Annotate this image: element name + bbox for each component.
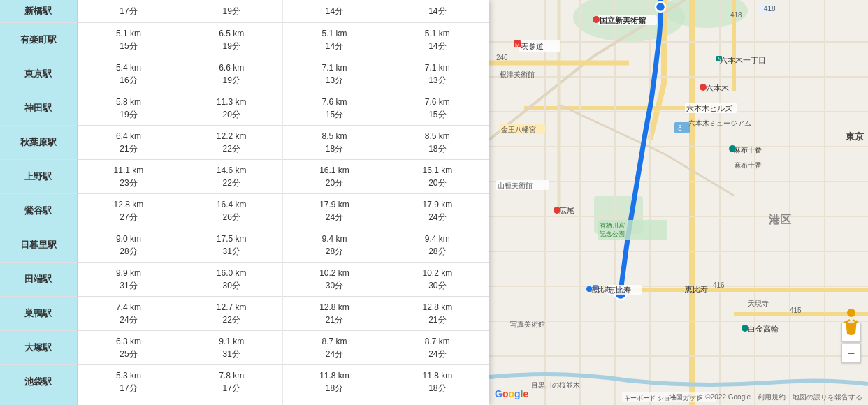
svg-text:記念公園: 記念公園: [600, 230, 625, 237]
data-cell: 12.8 km27分: [77, 193, 180, 228]
station-name: 田端駅: [0, 262, 77, 296]
table-row: 新橋駅17分19分14分14分: [0, 0, 489, 22]
svg-point-88: [847, 309, 855, 317]
svg-text:六本木ヒルズ: 六本木ヒルズ: [686, 104, 733, 112]
station-name: 東京駅: [0, 57, 77, 91]
data-cell: 9.9 km31分: [77, 262, 180, 296]
svg-text:418: 418: [730, 11, 742, 19]
data-cell: 8.7 km24分: [283, 330, 386, 364]
data-cell: 7.1 km13分: [386, 57, 489, 91]
table-row: 有楽町駅5.1 km15分6.5 km19分5.1 km14分5.1 km14分: [0, 22, 489, 57]
table-row: 鶯谷駅12.8 km27分16.4 km26分17.9 km24分17.9 km…: [0, 193, 489, 228]
svg-text:山種美術館: 山種美術館: [498, 182, 533, 189]
data-cell: 7.9 km24分: [283, 399, 386, 405]
map-copyright: 地図データ ©2022 Google 利用規約 地図の誤りを報告する: [669, 392, 862, 402]
table-row: 日暮里駅9.0 km28分17.5 km31分9.4 km28分9.4 km28…: [0, 228, 489, 262]
data-cell: 7.6 km15分: [386, 91, 489, 125]
data-cell: 11.8 km18分: [386, 364, 489, 399]
table-row: 秋葉原駅6.4 km21分12.2 km22分8.5 km18分8.5 km18…: [0, 125, 489, 159]
data-cell: 17分: [77, 0, 180, 22]
svg-text:目黒川の桜並木: 目黒川の桜並木: [531, 381, 580, 389]
svg-rect-77: [593, 285, 598, 290]
table-row: 上野駅11.1 km23分14.6 km22分16.1 km20分16.1 km…: [0, 159, 489, 193]
svg-point-70: [729, 145, 736, 152]
svg-text:麻布十番: 麻布十番: [734, 146, 762, 154]
station-name: 鶯谷駅: [0, 193, 77, 228]
data-cell: 6.6 km19分: [180, 57, 283, 91]
station-name: 巣鴨駅: [0, 296, 77, 330]
svg-text:天現寺: 天現寺: [748, 300, 769, 307]
station-name: 上野駅: [0, 159, 77, 193]
data-cell: 16.4 km26分: [180, 193, 283, 228]
svg-text:金王八幡宮: 金王八幡宮: [501, 126, 536, 133]
table-row: 巣鴨駅7.4 km24分12.7 km22分12.8 km21分12.8 km2…: [0, 296, 489, 330]
data-cell: 6.5 km19分: [180, 22, 283, 57]
table-row: 池袋駅5.3 km17分7.8 km17分11.8 km18分11.8 km18…: [0, 364, 489, 399]
data-cell: 5.8 km19分: [77, 91, 180, 125]
data-cell: 17.9 km24分: [283, 193, 386, 228]
data-cell: 9.4 km28分: [386, 228, 489, 262]
table-row: 神田駅5.8 km19分11.3 km20分7.6 km15分7.6 km15分: [0, 91, 489, 125]
data-cell: 14分: [283, 0, 386, 22]
data-cell: 16.0 km30分: [180, 262, 283, 296]
table-row: 田端駅9.9 km31分16.0 km30分10.2 km30分10.2 km3…: [0, 262, 489, 296]
svg-text:表参道: 表参道: [521, 42, 544, 50]
svg-text:白金高輪: 白金高輪: [748, 325, 779, 333]
svg-text:六本木ミュージアム: 六本木ミュージアム: [688, 119, 751, 127]
data-cell: 12.7 km22分: [180, 296, 283, 330]
data-cell: 10.2 km30分: [283, 262, 386, 296]
data-cell: 7.4 km24分: [77, 296, 180, 330]
station-name: 神田駅: [0, 91, 77, 125]
distance-table: 新橋駅17分19分14分14分有楽町駅5.1 km15分6.5 km19分5.1…: [0, 0, 489, 405]
station-name: 日暮里駅: [0, 228, 77, 262]
data-cell: 16.1 km20分: [386, 159, 489, 193]
svg-text:3: 3: [678, 124, 682, 132]
svg-text:写真美術館: 写真美術館: [510, 321, 545, 328]
svg-text:広尾: 広尾: [559, 206, 574, 214]
data-cell: 11.8 km18分: [283, 364, 386, 399]
data-cell: 9.1 km31分: [180, 330, 283, 364]
data-cell: 5.0 km16分: [77, 399, 180, 405]
svg-text:根津美術館: 根津美術館: [500, 71, 535, 78]
data-cell: 6.4 km21分: [180, 399, 283, 405]
data-cell: 11.1 km23分: [77, 159, 180, 193]
svg-point-41: [656, 2, 665, 12]
data-cell: 19分: [180, 0, 283, 22]
station-name: 有楽町駅: [0, 22, 77, 57]
data-cell: 6.4 km21分: [77, 125, 180, 159]
data-cell: 8.5 km18分: [283, 125, 386, 159]
table-row: 大塚駅6.3 km25分9.1 km31分8.7 km24分8.7 km24分: [0, 330, 489, 364]
svg-point-50: [593, 16, 600, 23]
station-name: 大塚駅: [0, 330, 77, 364]
data-cell: 7.8 km17分: [180, 364, 283, 399]
svg-text:418: 418: [764, 5, 776, 13]
svg-text:港区: 港区: [769, 214, 791, 226]
svg-rect-35: [674, 122, 690, 133]
svg-text:六本木: 六本木: [706, 84, 729, 92]
zoom-out-button[interactable]: −: [841, 344, 861, 363]
data-cell: 5.1 km15分: [77, 22, 180, 57]
svg-point-65: [554, 207, 560, 214]
google-logo: Google: [495, 388, 528, 399]
data-cell: 7.1 km13分: [283, 57, 386, 91]
svg-point-55: [700, 84, 707, 91]
svg-point-76: [586, 286, 592, 292]
data-cell: 17.5 km31分: [180, 228, 283, 262]
data-cell: 9.0 km28分: [77, 228, 180, 262]
data-cell: 7.9 km24分: [386, 399, 489, 405]
data-cell: 8.5 km18分: [386, 125, 489, 159]
svg-text:麻布十番: 麻布十番: [734, 161, 762, 169]
svg-text:415: 415: [790, 307, 802, 314]
svg-text:国立新美術館: 国立新美術館: [600, 16, 646, 24]
data-cell: 11.3 km20分: [180, 91, 283, 125]
svg-text:東京: 東京: [846, 131, 865, 142]
data-cell: 5.4 km16分: [77, 57, 180, 91]
station-name: 池袋駅: [0, 364, 77, 399]
station-name: 目白駅: [0, 399, 77, 405]
data-cell: 17.9 km24分: [386, 193, 489, 228]
svg-text:246: 246: [496, 54, 508, 61]
data-cell: 7.6 km15分: [283, 91, 386, 125]
data-cell: 12.2 km22分: [180, 125, 283, 159]
data-cell: 16.1 km20分: [283, 159, 386, 193]
street-view-icon[interactable]: [841, 307, 861, 335]
